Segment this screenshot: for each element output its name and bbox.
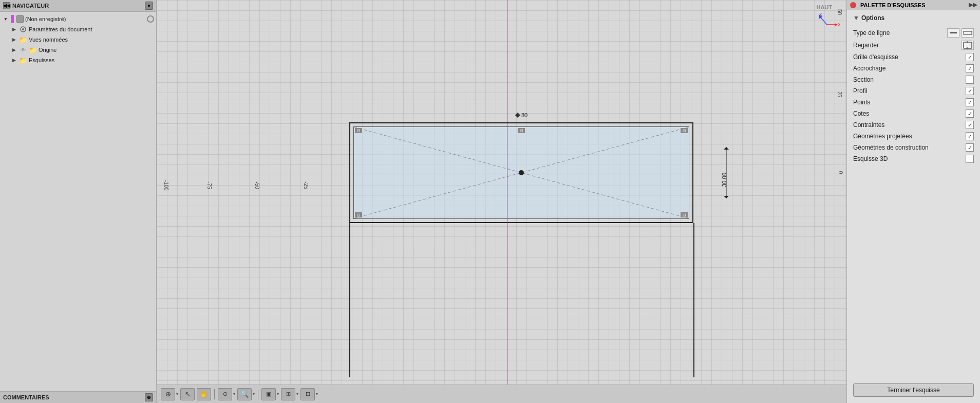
option-cotes: Cotes [853, 108, 974, 119]
navigator-close-btn[interactable]: ● [145, 2, 153, 10]
tree-item-vues[interactable]: ▶ 📁 Vues nommées [0, 34, 156, 45]
option-label-cotes: Cotes [853, 110, 966, 117]
zoomfit-dropdown[interactable]: ⊙ ▾ [218, 388, 235, 400]
display-btn[interactable]: ▣ [261, 388, 276, 400]
tree-item-parametres[interactable]: ▶ Paramètres du document [0, 24, 156, 34]
navigator-tree: ▼ (Non enregistré) ▶ Paramètres du docum… [0, 12, 156, 391]
constraint-tr: ⊟ [681, 128, 688, 133]
option-accrochage: Accrochage [853, 63, 974, 74]
checkbox-geo-construction[interactable] [966, 143, 974, 152]
option-label-grille: Grille d'esquisse [853, 53, 966, 61]
zoom-in-btn[interactable]: 🔍 [237, 388, 252, 400]
constraint-bl: ⊟ [355, 212, 362, 217]
regarder-btn[interactable] [962, 41, 974, 50]
option-type-ligne: Type de ligne [853, 27, 974, 39]
tree-item-origine[interactable]: ▶ 👁 📁 Origine [0, 45, 156, 55]
display-dropdown[interactable]: ▣ ▾ [261, 388, 279, 400]
tree-item-esquisses[interactable]: ▶ 📁 Esquisses [0, 55, 156, 65]
sketch-top-line [349, 122, 693, 123]
axis-indicator: HAUT Z X [812, 4, 842, 35]
constraint-br: ⊟ [681, 212, 688, 217]
option-label-section: Section [853, 76, 966, 83]
checkbox-contraintes[interactable] [966, 121, 974, 129]
tree-label-origine: Origine [39, 47, 154, 53]
grid-dropdown-arrow: ▾ [296, 392, 298, 396]
line-type-btn-2[interactable] [962, 28, 974, 38]
cursor-tool-dropdown[interactable]: ⊕ ▾ [161, 388, 178, 400]
axis-horizontal-red [157, 174, 846, 174]
cursor-dropdown-arrow: ▾ [176, 392, 178, 396]
checkbox-cotes[interactable] [966, 109, 974, 118]
sketch-left-extend [349, 223, 350, 377]
pointer-tool-btn[interactable]: ↖ [180, 388, 195, 400]
zoomin-dropdown[interactable]: 🔍 ▾ [237, 388, 255, 400]
navigator-title: NAVIGATEUR [12, 3, 49, 9]
tree-arrow-esquisses: ▶ [10, 57, 17, 64]
navigator-panel: ◀◀ NAVIGATEUR ● ▼ (Non enregistré) ▶ Par… [0, 0, 157, 403]
grid-btn[interactable]: ⊞ [281, 388, 295, 400]
bottom-toolbar: ⊕ ▾ ↖ ✋ ⊙ ▾ 🔍 ▾ ▣ ▾ ⊞ ▾ ⊟ ▾ [157, 384, 846, 403]
axis-vertical-green [507, 0, 507, 384]
line-type-btn-1[interactable] [947, 28, 959, 38]
checkbox-esquisse-3d[interactable] [966, 155, 974, 163]
checkbox-geo-projetees[interactable] [966, 132, 974, 140]
comments-title: COMMENTAIRES [3, 394, 49, 400]
checkbox-points[interactable] [966, 98, 974, 106]
svg-line-8 [820, 17, 827, 25]
navigator-collapse-btn[interactable]: ◀◀ [3, 2, 10, 9]
option-profil: Profil [853, 85, 974, 97]
svg-marker-4 [515, 113, 520, 118]
svg-text:X: X [838, 22, 840, 27]
option-label-points: Points [853, 99, 966, 106]
sketch-layer-icon [16, 15, 24, 23]
ruler-label-minus25: -25 [303, 181, 309, 189]
cursor-tool-btn[interactable]: ⊕ [161, 388, 175, 400]
option-grille-esquisse: Grille d'esquisse [853, 51, 974, 63]
tree-item-root[interactable]: ▼ (Non enregistré) [0, 14, 156, 24]
checkbox-accrochage[interactable] [966, 64, 974, 72]
constraint-mid-top: ⊟ [518, 128, 525, 133]
option-section: Section [853, 74, 974, 85]
options-section: ▼ Options Type de ligne Regarder [847, 10, 980, 169]
checkbox-section[interactable] [966, 76, 974, 84]
zoomin-dropdown-arrow: ▾ [253, 392, 255, 396]
tree-label-parametres: Paramètres du document [29, 26, 154, 32]
palette-title: PALETTE D'ESQUISSES [860, 2, 967, 8]
checkbox-profil[interactable] [966, 87, 974, 95]
terminer-esquisse-btn[interactable]: Terminer l'esquisse [853, 383, 974, 397]
option-contraintes: Contraintes [853, 119, 974, 131]
axis-haut-label: HAUT [816, 4, 832, 10]
constraint-tl: ⊟ [355, 128, 362, 133]
more-dropdown[interactable]: ⊟ ▾ [300, 388, 318, 400]
option-label-esquisse-3d: Esquisse 3D [853, 155, 966, 162]
palette-indicator [850, 2, 856, 8]
sketch-center-dot [519, 170, 524, 175]
tree-arrow-root: ▼ [2, 15, 9, 23]
folder-icon-origine: 📁 [29, 46, 37, 54]
option-regarder: Regarder [853, 39, 974, 51]
ruler-label-minus75: -75 [206, 181, 212, 189]
zoom-fit-btn[interactable]: ⊙ [218, 388, 232, 400]
more-btn[interactable]: ⊟ [300, 388, 315, 400]
toolbar-sep-2 [258, 389, 258, 399]
options-title: ▼ Options [853, 14, 974, 22]
option-label-contraintes: Contraintes [853, 121, 966, 129]
more-dropdown-arrow: ▾ [316, 392, 318, 396]
ruler-label-minus50: -50 [254, 181, 260, 189]
tree-label-root: (Non enregistré) [25, 16, 145, 22]
option-label-type-ligne: Type de ligne [853, 29, 947, 36]
palette-collapse-btn[interactable]: ▶▶ [969, 2, 977, 8]
tree-label-vues: Vues nommées [29, 36, 154, 43]
checkbox-grille[interactable] [966, 53, 974, 61]
svg-marker-7 [724, 196, 729, 198]
folder-icon-esquisses: 📁 [19, 56, 27, 64]
options-label: Options [861, 14, 884, 22]
svg-point-1 [22, 28, 24, 30]
zoomfit-dropdown-arrow: ▾ [233, 392, 235, 396]
navigator-header: ◀◀ NAVIGATEUR ● [0, 0, 156, 12]
tree-arrow-vues: ▶ [10, 36, 17, 43]
comments-add-btn[interactable]: ⊕ [145, 393, 153, 401]
hand-tool-btn[interactable]: ✋ [197, 388, 211, 400]
toolbar-sep-1 [214, 389, 215, 399]
grid-dropdown[interactable]: ⊞ ▾ [281, 388, 298, 400]
